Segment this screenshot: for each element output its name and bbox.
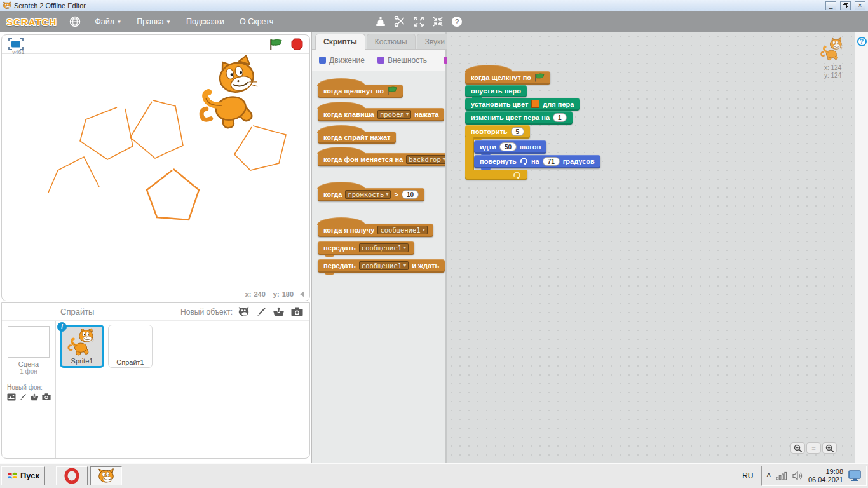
block-label: изменить цвет пера на	[471, 114, 550, 121]
block-label: нажата	[414, 111, 438, 118]
grow-sprite-icon[interactable]	[410, 15, 427, 29]
scratch-cat-icon	[97, 468, 115, 484]
svg-text:?: ?	[455, 18, 459, 25]
green-flag-icon	[387, 86, 397, 95]
script-stack: когда щелкнут поопустить пероустановить …	[465, 64, 600, 180]
scratch-taskbar-button[interactable]	[90, 466, 122, 485]
start-button[interactable]: Пуск	[1, 466, 45, 485]
editor-tabs: Скрипты Костюмы Звуки	[312, 32, 445, 50]
block-dropdown[interactable]: сообщение1▼	[377, 226, 427, 234]
language-indicator[interactable]: RU	[737, 468, 758, 484]
pen-shape-pentagon-3	[234, 126, 286, 170]
paint-backdrop-icon[interactable]	[19, 393, 27, 401]
sprite-list: i Sprite1 Спрайт1	[56, 321, 309, 458]
color-swatch[interactable]	[531, 100, 539, 108]
block-dropdown[interactable]: сообщение1▼	[359, 261, 409, 270]
stage-resize-arrow[interactable]	[300, 291, 304, 297]
block-label: на	[531, 158, 539, 165]
upload-backdrop-icon[interactable]	[30, 393, 39, 401]
block-when-green-flag-clicked[interactable]: когда щелкнут по	[465, 71, 550, 85]
block-change-pen-color-by[interactable]: изменить цвет пера на1	[465, 111, 573, 125]
block-number-input[interactable]: 50	[499, 142, 517, 151]
block-dropdown[interactable]: сообщение1▼	[359, 243, 409, 252]
block-when-green-flag-clicked[interactable]: когда щелкнут по	[318, 85, 403, 98]
block-number-input[interactable]: 71	[543, 157, 560, 166]
menu-tips[interactable]: Подсказки	[181, 15, 229, 29]
block-move-steps[interactable]: идти50шагов	[474, 140, 546, 154]
loop-arrow-footer	[465, 170, 527, 180]
block-label: когда я получу	[323, 226, 374, 234]
stop-button[interactable]	[291, 38, 303, 50]
category-Внешность[interactable]: Внешность	[376, 53, 442, 67]
block-repeat[interactable]: повторить5	[465, 125, 530, 139]
block-set-pen-color[interactable]: установить цветдля пера	[465, 98, 580, 111]
c-block-body: идти50шаговповернутьна71градусов	[465, 139, 600, 170]
block-number-input[interactable]: 1	[553, 113, 567, 122]
zoom-reset-button[interactable]: =	[806, 442, 821, 454]
category-color-swatch	[377, 57, 384, 64]
duplicate-stamp-icon[interactable]	[372, 15, 389, 29]
mouse-coords: x: 240 y: 180	[2, 288, 309, 301]
block-number-input[interactable]: 5	[511, 127, 525, 136]
network-signal-icon[interactable]	[776, 471, 787, 480]
block-when-backdrop-switches-to[interactable]: когда фон меняется наbackdrop▼	[318, 153, 445, 166]
hidden-icons-chevron[interactable]: ^	[767, 472, 771, 480]
menu-about[interactable]: О Скретч	[234, 15, 278, 29]
delete-scissors-icon[interactable]	[391, 15, 408, 29]
close-button[interactable]: ×	[855, 1, 865, 10]
stage-canvas[interactable]	[2, 54, 309, 288]
menu-edit[interactable]: Правка ▼	[132, 15, 176, 29]
block-number-input[interactable]: 10	[402, 190, 419, 199]
block-dropdown[interactable]: громкость▼	[345, 190, 391, 199]
zoom-out-button[interactable]	[790, 442, 805, 454]
taskbar-grip	[50, 468, 51, 484]
new-sprite-library-icon[interactable]	[238, 306, 250, 317]
sprite-tile-sprite2[interactable]: Спрайт1	[108, 325, 153, 368]
tab-costumes[interactable]: Костюмы	[367, 34, 416, 49]
block-when-sprite-clicked[interactable]: когда спрайт нажат	[318, 132, 396, 144]
menu-file[interactable]: Файл ▼	[90, 15, 126, 29]
volume-icon[interactable]	[792, 471, 803, 480]
pen-shape-pentagon-2	[130, 100, 183, 158]
paint-new-sprite-icon[interactable]	[256, 307, 266, 317]
shrink-sprite-icon[interactable]	[430, 15, 446, 29]
camera-sprite-icon[interactable]	[291, 307, 303, 316]
block-when-i-receive[interactable]: когда я получусообщение1▼	[318, 224, 433, 237]
block-repeat[interactable]: повторить5идти50шаговповернутьна71градус…	[465, 125, 600, 180]
minimize-button[interactable]: _	[825, 1, 836, 10]
sprite-info-icon[interactable]: i	[57, 322, 67, 332]
block-label: когда клавиша	[323, 111, 374, 118]
block-when-loudness-greater-than[interactable]: когдагромкость▼>10	[318, 188, 424, 201]
block-dropdown[interactable]: backdrop▼	[406, 155, 445, 164]
language-globe-icon[interactable]	[69, 16, 81, 27]
backdrop-library-icon[interactable]	[7, 393, 16, 401]
block-pen-down[interactable]: опустить перо	[465, 85, 527, 97]
pen-shape-pentagon-1	[80, 109, 133, 159]
camera-backdrop-icon[interactable]	[42, 393, 51, 401]
green-flag-button[interactable]	[269, 39, 282, 50]
clock[interactable]: 19:08 06.04.2021	[808, 468, 843, 484]
block-broadcast-and-wait[interactable]: передатьсообщение1▼и ждать	[318, 259, 445, 273]
tips-help-button[interactable]: ?	[857, 37, 867, 46]
sprites-header: Спрайты Новый объект:	[2, 303, 309, 321]
block-dropdown[interactable]: пробел▼	[377, 110, 411, 119]
restore-button[interactable]	[840, 1, 851, 10]
stage-thumbnail[interactable]	[8, 326, 50, 358]
sprite-tile-sprite1[interactable]: i Sprite1	[60, 325, 104, 368]
upload-sprite-icon[interactable]	[273, 307, 285, 317]
script-area[interactable]: когда щелкнут поопустить пероустановить …	[447, 32, 855, 463]
scratch-logo[interactable]: SCRATCH	[6, 17, 57, 27]
tab-scripts[interactable]: Скрипты	[315, 34, 365, 50]
show-desktop-monitor-icon[interactable]	[848, 470, 861, 481]
block-broadcast[interactable]: передатьсообщение1▼	[318, 241, 414, 255]
palette-blocks: когда щелкнут покогда клавишапробел▼нажа…	[312, 71, 445, 463]
window-titlebar: Scratch 2 Offline Editor _ ×	[0, 0, 868, 11]
block-help-icon[interactable]: ?	[449, 15, 465, 29]
category-Движение[interactable]: Движение	[317, 53, 376, 67]
date: 06.04.2021	[808, 476, 843, 484]
block-turn-cw-degrees[interactable]: повернутьна71градусов	[474, 155, 600, 168]
zoom-in-button[interactable]	[822, 442, 837, 454]
mouse-x-value: 240	[254, 290, 266, 298]
block-when-key-pressed[interactable]: когда клавишапробел▼нажата	[318, 108, 444, 121]
opera-taskbar-button[interactable]	[56, 466, 88, 485]
